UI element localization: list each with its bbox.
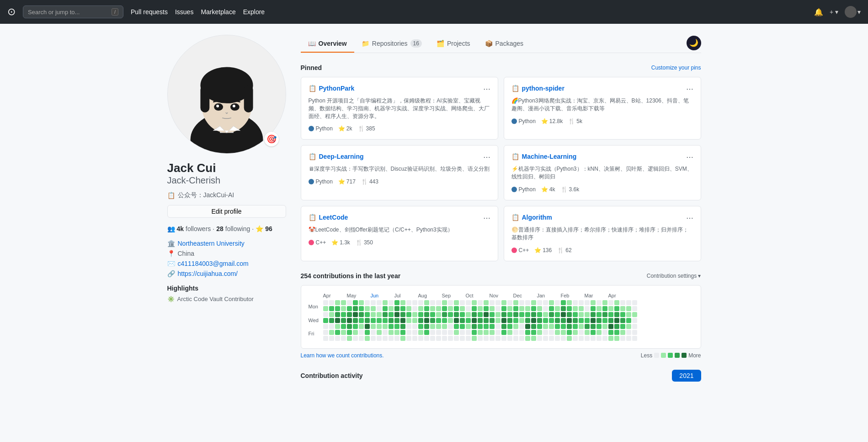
- contrib-cell[interactable]: [490, 318, 495, 323]
- contrib-cell[interactable]: [430, 318, 435, 323]
- contrib-cell[interactable]: [614, 318, 619, 323]
- contrib-cell[interactable]: [412, 312, 417, 317]
- contrib-cell[interactable]: [531, 300, 536, 305]
- contrib-cell[interactable]: [329, 324, 334, 329]
- contrib-cell[interactable]: [555, 306, 560, 311]
- contrib-cell[interactable]: [454, 318, 459, 323]
- contrib-cell[interactable]: [371, 300, 376, 305]
- contrib-cell[interactable]: [507, 306, 512, 311]
- contrib-cell[interactable]: [365, 336, 370, 341]
- new-dropdown-button[interactable]: + ▾: [830, 8, 838, 16]
- contrib-cell[interactable]: [602, 318, 607, 323]
- contrib-cell[interactable]: [341, 300, 346, 305]
- contrib-cell[interactable]: [507, 300, 512, 305]
- contrib-cell[interactable]: [567, 312, 572, 317]
- contrib-cell[interactable]: [329, 330, 334, 335]
- contrib-cell[interactable]: [359, 306, 364, 311]
- contrib-cell[interactable]: [359, 330, 364, 335]
- contrib-cell[interactable]: [323, 330, 328, 335]
- contrib-cell[interactable]: [596, 312, 602, 317]
- contrib-cell[interactable]: [549, 330, 554, 335]
- contrib-cell[interactable]: [501, 312, 506, 317]
- contrib-cell[interactable]: [543, 312, 548, 317]
- contrib-cell[interactable]: [567, 300, 572, 305]
- contrib-cell[interactable]: [620, 324, 625, 329]
- nav-issues[interactable]: Issues: [175, 8, 193, 16]
- contrib-cell[interactable]: [466, 306, 471, 311]
- contrib-cell[interactable]: [484, 300, 489, 305]
- contrib-cell[interactable]: [442, 330, 447, 335]
- contrib-cell[interactable]: [591, 324, 596, 329]
- contrib-cell[interactable]: [537, 312, 542, 317]
- theme-toggle-button[interactable]: 🌙: [687, 36, 701, 50]
- contrib-cell[interactable]: [430, 300, 435, 305]
- contrib-cell[interactable]: [400, 330, 405, 335]
- contrib-cell[interactable]: [377, 330, 382, 335]
- contrib-cell[interactable]: [501, 336, 506, 341]
- contrib-cell[interactable]: [585, 336, 590, 341]
- contrib-cell[interactable]: [418, 318, 423, 323]
- contrib-cell[interactable]: [394, 300, 399, 305]
- contrib-cell[interactable]: [394, 318, 399, 323]
- contrib-cell[interactable]: [347, 312, 352, 317]
- contrib-cell[interactable]: [371, 318, 376, 323]
- contrib-cell[interactable]: [383, 312, 388, 317]
- notification-icon[interactable]: 🔔: [814, 8, 823, 16]
- contrib-cell[interactable]: [608, 312, 613, 317]
- contrib-cell[interactable]: [549, 324, 554, 329]
- pinned-card-name-4[interactable]: LeetCode: [319, 214, 348, 221]
- contrib-cell[interactable]: [573, 306, 578, 311]
- contrib-cell[interactable]: [383, 324, 388, 329]
- contrib-cell[interactable]: [513, 306, 518, 311]
- contrib-cell[interactable]: [424, 312, 429, 317]
- contrib-cell[interactable]: [412, 324, 417, 329]
- contrib-cell[interactable]: [424, 324, 429, 329]
- contrib-cell[interactable]: [549, 300, 554, 305]
- contrib-cell[interactable]: [365, 324, 370, 329]
- contrib-cell[interactable]: [389, 324, 394, 329]
- contrib-cell[interactable]: [620, 306, 625, 311]
- contrib-cell[interactable]: [406, 318, 411, 323]
- contrib-cell[interactable]: [442, 306, 447, 311]
- contrib-cell[interactable]: [591, 306, 596, 311]
- contrib-cell[interactable]: [620, 318, 625, 323]
- contrib-cell[interactable]: [478, 300, 483, 305]
- contrib-cell[interactable]: [347, 300, 352, 305]
- more-button-1[interactable]: ⋯: [686, 85, 693, 93]
- contrib-cell[interactable]: [371, 330, 376, 335]
- contrib-cell[interactable]: [484, 336, 489, 341]
- contrib-cell[interactable]: [585, 324, 590, 329]
- contrib-cell[interactable]: [573, 318, 578, 323]
- contrib-cell[interactable]: [353, 330, 358, 335]
- contrib-cell[interactable]: [591, 330, 596, 335]
- more-button-0[interactable]: ⋯: [483, 85, 490, 93]
- contrib-cell[interactable]: [596, 330, 602, 335]
- contrib-cell[interactable]: [418, 312, 423, 317]
- contrib-cell[interactable]: [519, 336, 524, 341]
- contrib-cell[interactable]: [454, 330, 459, 335]
- contrib-cell[interactable]: [335, 330, 340, 335]
- contrib-cell[interactable]: [460, 330, 465, 335]
- contrib-cell[interactable]: [608, 318, 613, 323]
- contrib-cell[interactable]: [626, 312, 631, 317]
- contrib-cell[interactable]: [389, 306, 394, 311]
- contrib-cell[interactable]: [585, 312, 590, 317]
- contrib-cell[interactable]: [579, 330, 584, 335]
- contrib-cell[interactable]: [484, 306, 489, 311]
- contrib-cell[interactable]: [454, 324, 459, 329]
- contrib-cell[interactable]: [454, 306, 459, 311]
- contrib-cell[interactable]: [519, 306, 524, 311]
- contrib-cell[interactable]: [383, 336, 388, 341]
- contrib-cell[interactable]: [495, 318, 501, 323]
- contrib-cell[interactable]: [442, 318, 447, 323]
- contrib-cell[interactable]: [531, 306, 536, 311]
- contrib-cell[interactable]: [323, 300, 328, 305]
- contrib-cell[interactable]: [323, 336, 328, 341]
- contrib-cell[interactable]: [495, 312, 501, 317]
- contrib-cell[interactable]: [347, 306, 352, 311]
- contrib-cell[interactable]: [525, 324, 530, 329]
- contrib-cell[interactable]: [573, 324, 578, 329]
- more-button-2[interactable]: ⋯: [483, 153, 490, 162]
- contrib-cell[interactable]: [525, 312, 530, 317]
- contrib-cell[interactable]: [573, 312, 578, 317]
